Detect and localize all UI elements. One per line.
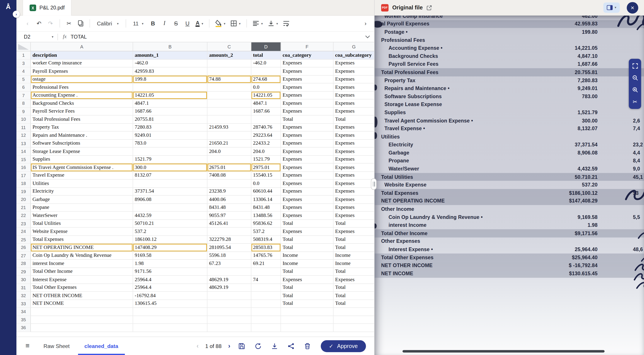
- sheet-tab-cleaned-data[interactable]: cleaned_data: [78, 337, 125, 355]
- cell-C13[interactable]: 21650.21: [208, 140, 252, 148]
- cell-D19[interactable]: 60610.44: [252, 188, 281, 196]
- cut-button[interactable]: ✂: [64, 18, 74, 29]
- cell-G24[interactable]: Expenses: [334, 228, 374, 236]
- cell-A28[interactable]: interest Income: [31, 260, 133, 268]
- cell-C31[interactable]: 48629.19: [208, 284, 252, 292]
- cell-A15[interactable]: Supplies: [31, 156, 133, 164]
- strikethrough-button[interactable]: S: [171, 18, 181, 29]
- row-number-34[interactable]: 34: [16, 308, 31, 316]
- cell-D10[interactable]: [252, 116, 281, 124]
- row-number-7[interactable]: 7: [16, 91, 31, 100]
- row-number-6[interactable]: 6: [16, 84, 31, 92]
- cell-G34[interactable]: [334, 308, 374, 316]
- cell-C4[interactable]: [208, 68, 252, 76]
- cell-D11[interactable]: 28740.76: [252, 123, 281, 132]
- zoom-out-button[interactable]: [631, 74, 639, 82]
- cell-F5[interactable]: Expenses: [281, 75, 334, 84]
- cell-G27[interactable]: Income: [334, 252, 374, 260]
- cell-D34[interactable]: [252, 308, 281, 316]
- cell-A17[interactable]: Travel Expense: [31, 172, 133, 180]
- cell-D24[interactable]: 537.2: [252, 228, 281, 236]
- cell-F8[interactable]: Expenses: [281, 100, 334, 108]
- cell-F11[interactable]: Expenses: [281, 123, 334, 132]
- cell-G11[interactable]: Expenses: [334, 123, 374, 132]
- cell-B15[interactable]: 1521.79: [133, 156, 208, 164]
- cell-C6[interactable]: [208, 84, 252, 92]
- text-color-button[interactable]: A ▾: [194, 18, 205, 29]
- cell-D6[interactable]: 0.0: [252, 84, 281, 92]
- cell-B1[interactable]: amounts_1: [133, 51, 208, 59]
- cell-C22[interactable]: 9055.97: [208, 212, 252, 220]
- cell-G35[interactable]: [334, 316, 374, 324]
- cell-F16[interactable]: Expenses: [281, 163, 334, 172]
- undo-button[interactable]: ↶: [34, 18, 44, 29]
- cell-C8[interactable]: [208, 100, 252, 108]
- cell-G33[interactable]: Total: [334, 300, 374, 308]
- cell-D36[interactable]: [252, 324, 281, 332]
- cell-A33[interactable]: NET INCOME: [31, 300, 133, 308]
- row-number-32[interactable]: 32: [16, 292, 31, 300]
- snip-button[interactable]: ✂: [631, 98, 639, 105]
- cell-F7[interactable]: Expenses: [281, 91, 334, 100]
- formula-input[interactable]: TOTAL: [71, 34, 365, 40]
- row-number-12[interactable]: 12: [16, 132, 31, 140]
- cell-D23[interactable]: 95836.62: [252, 220, 281, 228]
- cell-F21[interactable]: Expenses: [281, 204, 334, 212]
- cell-B4[interactable]: 42959.83: [133, 68, 208, 76]
- cell-B5[interactable]: 199.8: [133, 75, 208, 84]
- italic-button[interactable]: I: [159, 18, 170, 29]
- row-number-25[interactable]: 25: [16, 236, 31, 244]
- cell-reference-box[interactable]: D2 ▾: [16, 32, 58, 42]
- cell-F4[interactable]: Expenses: [281, 68, 334, 76]
- cell-A16[interactable]: IS Travei Agent Commission Expense .: [31, 163, 133, 172]
- cell-B33[interactable]: 130615.45: [133, 300, 208, 308]
- cell-B35[interactable]: [133, 316, 208, 324]
- row-number-5[interactable]: 5: [16, 75, 31, 84]
- cell-G3[interactable]: Expenses: [334, 59, 374, 68]
- cell-B14[interactable]: [133, 147, 208, 156]
- cell-A3[interactable]: worker Comp insurance: [31, 59, 133, 68]
- cell-D30[interactable]: 74: [252, 276, 281, 284]
- cell-G15[interactable]: Expenses: [334, 156, 374, 164]
- row-number-26[interactable]: 26: [16, 244, 31, 252]
- cell-D9[interactable]: 1687.66: [252, 107, 281, 116]
- cell-F9[interactable]: Expenses: [281, 107, 334, 116]
- cell-B36[interactable]: [133, 324, 208, 332]
- cell-G29[interactable]: Total: [334, 268, 374, 276]
- cell-A12[interactable]: Repairs and Maintenance .: [31, 132, 133, 140]
- cell-C36[interactable]: [208, 324, 252, 332]
- toolbar-back-button[interactable]: ‹: [22, 18, 33, 29]
- cell-F23[interactable]: Total: [281, 220, 334, 228]
- cell-C5[interactable]: 74.88: [208, 75, 252, 84]
- cell-C18[interactable]: [208, 179, 252, 188]
- page-next-button[interactable]: ›: [228, 342, 230, 350]
- cell-D26[interactable]: 28503.83: [252, 244, 281, 252]
- row-number-28[interactable]: 28: [16, 260, 31, 268]
- cell-A19[interactable]: Electricity: [31, 188, 133, 196]
- cell-F18[interactable]: Expenses: [281, 179, 334, 188]
- cell-G21[interactable]: Expenses: [334, 204, 374, 212]
- cell-G20[interactable]: Expenses: [334, 196, 374, 204]
- row-number-22[interactable]: 22: [16, 212, 31, 220]
- cell-G28[interactable]: Income: [334, 260, 374, 268]
- cell-D31[interactable]: [252, 284, 281, 292]
- document-scrollbar[interactable]: [402, 350, 605, 352]
- share-button[interactable]: [286, 341, 296, 351]
- cell-F29[interactable]: Total: [281, 268, 334, 276]
- cell-C30[interactable]: 48629.19: [208, 276, 252, 284]
- cell-D16[interactable]: 2975.01: [252, 163, 281, 172]
- cell-C9[interactable]: [208, 107, 252, 116]
- cell-B9[interactable]: 1687.66: [133, 107, 208, 116]
- cell-G1[interactable]: coa_subcategory: [334, 51, 374, 59]
- cell-B16[interactable]: 300.0: [133, 163, 208, 172]
- cell-B10[interactable]: 20755.81: [133, 116, 208, 124]
- cell-B28[interactable]: 1.98: [133, 260, 208, 268]
- column-header-F[interactable]: F: [281, 42, 334, 51]
- cell-F1[interactable]: coa_category: [281, 51, 334, 59]
- cell-F32[interactable]: Total: [281, 292, 334, 300]
- cell-G32[interactable]: Total: [334, 292, 374, 300]
- cell-D12[interactable]: 29223.64: [252, 132, 281, 140]
- cell-F27[interactable]: Income: [281, 252, 334, 260]
- cell-B30[interactable]: 25964.4: [133, 276, 208, 284]
- toolbar-overflow-button[interactable]: ›: [360, 18, 371, 29]
